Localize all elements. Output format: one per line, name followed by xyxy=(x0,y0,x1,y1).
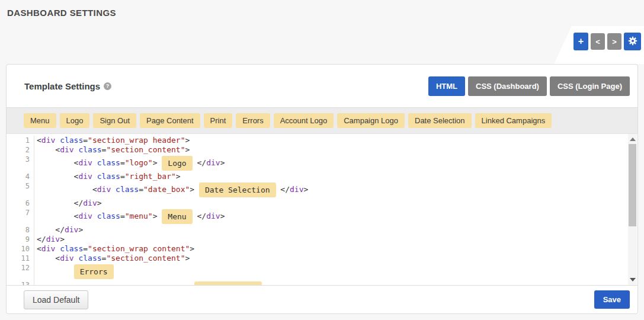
code-token: > xyxy=(60,235,65,244)
code-token: "content_box" xyxy=(125,284,185,286)
tab-html[interactable]: HTML xyxy=(428,76,465,96)
load-default-button[interactable]: Load Default xyxy=(24,290,88,309)
code-token: > xyxy=(153,212,162,220)
help-icon[interactable]: ? xyxy=(104,82,111,90)
code-token: < xyxy=(37,145,60,154)
previous-button[interactable]: < xyxy=(591,33,605,50)
code-line: 5 <div class="date_box"> Date Selection … xyxy=(7,181,637,199)
line-number: 10 xyxy=(7,244,34,254)
line-number: 6 xyxy=(7,199,34,208)
code-editor[interactable]: 1<div class="section_wrap header">2 <div… xyxy=(7,134,637,286)
code-token: class xyxy=(60,136,83,145)
code-token: div xyxy=(206,212,220,220)
editor-scrollbar[interactable] xyxy=(628,134,637,285)
code-token: div xyxy=(60,145,73,154)
code-token: div xyxy=(97,185,111,194)
code-token: div xyxy=(78,172,92,181)
add-button[interactable]: + xyxy=(573,33,588,50)
token-chip-date-selection[interactable]: Date Selection xyxy=(408,113,472,128)
line-content: </div> xyxy=(34,199,102,207)
scroll-up-icon[interactable] xyxy=(630,137,636,141)
line-content: <div class="right_bar"> xyxy=(34,172,181,181)
code-token: < xyxy=(37,212,78,220)
code-token: </ xyxy=(193,212,206,220)
inline-token-chip-date-selection[interactable]: Date Selection xyxy=(199,183,276,197)
code-token: > xyxy=(185,254,190,263)
code-token: > xyxy=(176,172,181,181)
code-token: div xyxy=(78,158,92,167)
code-token: </ xyxy=(193,158,206,167)
code-line: 10<div class="section_wrap content"> xyxy=(7,244,637,254)
code-line: 2 <div class="section_content"> xyxy=(7,145,637,155)
code-token xyxy=(37,267,74,276)
inline-token-chip-menu[interactable]: Menu xyxy=(162,209,192,224)
token-chip-page-content[interactable]: Page Content xyxy=(140,113,200,128)
code-token: > xyxy=(185,136,190,145)
code-token: > xyxy=(290,284,294,286)
next-button[interactable]: > xyxy=(607,33,621,50)
token-chip-linked-campaigns[interactable]: Linked Campaigns xyxy=(475,113,552,128)
line-content: <div class="content_box"> Page Content <… xyxy=(34,280,294,286)
code-token: "menu" xyxy=(125,212,153,220)
code-token: class xyxy=(60,244,83,253)
line-content: </div> xyxy=(34,225,83,234)
inline-token-chip-page-content[interactable]: Page Content xyxy=(194,281,262,286)
code-token: </ xyxy=(37,225,65,234)
token-chip-logo[interactable]: Logo xyxy=(60,113,90,128)
code-token: > xyxy=(97,199,102,207)
tab-css-dashboard[interactable]: CSS (Dashboard) xyxy=(468,76,547,96)
code-token xyxy=(92,284,97,286)
code-token: = xyxy=(120,172,125,181)
tab-group: HTMLCSS (Dashboard)CSS (Login Page) xyxy=(428,76,630,96)
code-lines: 1<div class="section_wrap header">2 <div… xyxy=(7,136,637,286)
line-number: 9 xyxy=(7,235,34,244)
code-token: "logo" xyxy=(125,158,153,167)
line-number: 2 xyxy=(7,145,34,155)
code-token xyxy=(92,158,97,167)
code-token: > xyxy=(185,145,190,154)
code-token: </ xyxy=(262,284,275,286)
inline-token-chip-errors[interactable]: Errors xyxy=(74,264,114,279)
inline-token-chip-logo[interactable]: Logo xyxy=(162,156,192,171)
code-line: 1<div class="section_wrap header"> xyxy=(7,136,637,145)
code-token: class xyxy=(97,172,120,181)
token-toolbar: MenuLogoSign OutPage ContentPrintErrorsA… xyxy=(7,107,637,134)
code-token: < xyxy=(37,136,41,145)
chevron-left-icon: < xyxy=(595,37,600,46)
line-content: Errors xyxy=(34,263,114,280)
line-number: 7 xyxy=(7,208,34,225)
code-token: = xyxy=(120,158,125,167)
code-token: < xyxy=(37,244,41,253)
code-line: 11 <div class="section_content"> xyxy=(7,254,637,263)
code-token: < xyxy=(37,185,97,194)
code-token: </ xyxy=(276,185,290,194)
code-token: "date_box" xyxy=(143,185,190,194)
token-chip-menu[interactable]: Menu xyxy=(24,113,56,128)
plus-icon: + xyxy=(578,36,584,47)
tab-css-login-page[interactable]: CSS (Login Page) xyxy=(550,76,630,96)
code-token: < xyxy=(37,172,78,181)
code-token: div xyxy=(41,136,55,145)
code-line: 3 <div class="logo"> Logo </div> xyxy=(7,155,637,172)
line-number: 3 xyxy=(7,155,34,172)
code-token: = xyxy=(83,136,88,145)
line-content: <div class="section_wrap content"> xyxy=(34,244,194,253)
line-number: 8 xyxy=(7,225,34,235)
scroll-down-icon[interactable] xyxy=(630,278,636,281)
scrollbar-thumb[interactable] xyxy=(629,144,636,226)
code-token: "section_wrap header" xyxy=(88,136,185,145)
code-token xyxy=(92,212,97,220)
line-number: 4 xyxy=(7,172,34,181)
token-chip-account-logo[interactable]: Account Logo xyxy=(274,113,334,128)
code-token: class xyxy=(116,185,139,194)
token-chip-print[interactable]: Print xyxy=(204,113,233,128)
line-number: 12 xyxy=(7,263,34,280)
code-line: 6 </div> xyxy=(7,199,637,208)
save-button[interactable]: Save xyxy=(594,290,630,309)
token-chip-campaign-logo[interactable]: Campaign Logo xyxy=(337,113,405,128)
token-chip-sign-out[interactable]: Sign Out xyxy=(93,113,136,128)
line-number: 13 xyxy=(7,280,34,286)
settings-button[interactable] xyxy=(624,33,641,50)
code-token: div xyxy=(276,284,290,286)
token-chip-errors[interactable]: Errors xyxy=(236,113,270,128)
